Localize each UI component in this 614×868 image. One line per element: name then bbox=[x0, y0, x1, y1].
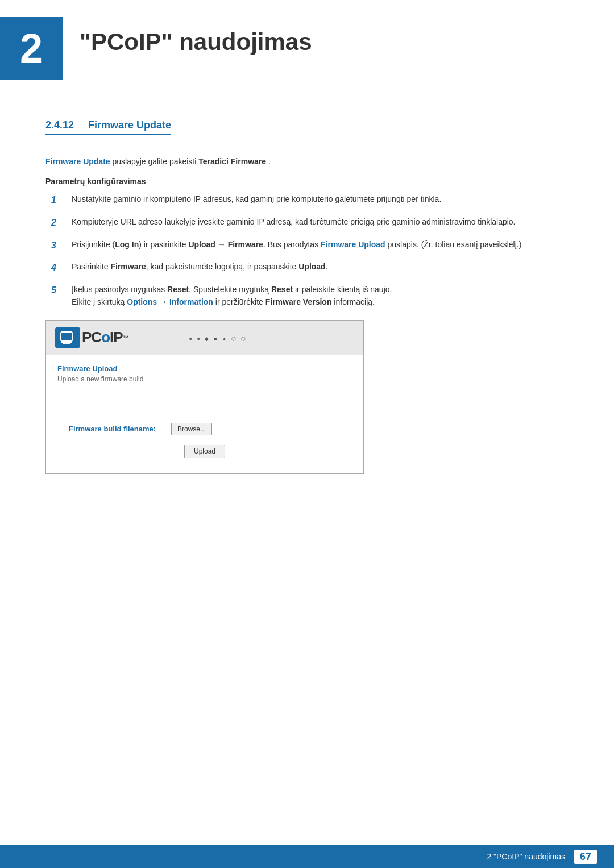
screenshot-content: Firmware Upload Upload a new firmware bu… bbox=[46, 355, 363, 473]
upload-button[interactable]: Upload bbox=[184, 445, 225, 458]
chapter-num-text: 2 bbox=[20, 25, 43, 72]
step-3: 3 Prisijunkite (Log In) ir pasirinkite U… bbox=[51, 238, 569, 253]
step-5-content: Įkėlus pasirodys mygtukas Reset. Spustel… bbox=[72, 283, 569, 309]
logo-icon bbox=[55, 327, 80, 348]
section-heading: 2.4.12 Firmware Update bbox=[45, 119, 171, 135]
fw-upload-title: Firmware Upload bbox=[57, 364, 352, 373]
step-2-number: 2 bbox=[51, 215, 67, 230]
dots-area: · · · · · · ● ● ◆ ■ ▲ ⬡ ⬡ bbox=[152, 333, 354, 343]
screenshot-box: PC o IP ™ · · · · · · ● ● ◆ ■ ▲ ⬡ ⬡ Firm… bbox=[45, 320, 364, 474]
step-2-content: Kompiuteryje URL adreso laukelyje įveski… bbox=[72, 215, 569, 228]
steps-list: 1 Nustatykite gaminio ir kompiuterio IP … bbox=[51, 193, 569, 308]
chapter-number: 2 bbox=[0, 17, 63, 80]
sub-heading: Parametrų konfigūravimas bbox=[45, 177, 569, 186]
intro-firmware-update: Firmware Update bbox=[45, 157, 110, 166]
browse-button[interactable]: Browse... bbox=[171, 423, 212, 435]
page: 2 "PCoIP" naudojimas 2.4.12 Firmware Upd… bbox=[0, 0, 614, 868]
intro-teradici: Teradici Firmware bbox=[198, 157, 266, 166]
svg-rect-0 bbox=[61, 332, 72, 341]
intro-text-middle: puslapyje galite pakeisti bbox=[112, 157, 198, 166]
footer-page-number: 67 bbox=[574, 850, 597, 864]
section-heading-container: 2.4.12 Firmware Update bbox=[45, 119, 569, 145]
intro-paragraph: Firmware Update puslapyje galite pakeist… bbox=[45, 155, 569, 168]
step-4-number: 4 bbox=[51, 260, 67, 275]
dots-pattern: · · · · · · ● ● ◆ ■ ▲ ⬡ ⬡ bbox=[152, 336, 247, 342]
step-4: 4 Pasirinkite Firmware, kad pakeistumėte… bbox=[51, 260, 569, 275]
step-2: 2 Kompiuteryje URL adreso laukelyje įves… bbox=[51, 215, 569, 230]
fw-form-row: Firmware build filename: Browse... bbox=[57, 423, 352, 435]
step-5-number: 5 bbox=[51, 283, 67, 298]
chapter-title: "PCoIP" naudojimas bbox=[80, 28, 312, 56]
footer-text: 2 "PCoIP" naudojimas bbox=[487, 852, 565, 861]
step-1-content: Nustatykite gaminio ir kompiuterio IP ad… bbox=[72, 193, 569, 205]
step-1-number: 1 bbox=[51, 193, 67, 207]
logo-o: o bbox=[101, 329, 110, 346]
page-footer: 2 "PCoIP" naudojimas 67 bbox=[0, 845, 614, 868]
main-content: 2.4.12 Firmware Update Firmware Update p… bbox=[0, 108, 614, 525]
section-number: 2.4.12 bbox=[45, 119, 74, 131]
logo-ip: IP bbox=[110, 329, 123, 346]
logo-icon-svg bbox=[60, 331, 76, 344]
step-3-content: Prisijunkite (Log In) ir pasirinkite Upl… bbox=[72, 238, 569, 251]
logo-tm: ™ bbox=[123, 334, 129, 341]
step-4-content: Pasirinkite Firmware, kad pakeistumėte l… bbox=[72, 260, 569, 273]
chapter-header: 2 "PCoIP" naudojimas bbox=[0, 0, 614, 91]
pcoip-logo: PC o IP ™ bbox=[55, 327, 129, 348]
intro-text-end: . bbox=[268, 157, 271, 166]
spacer bbox=[57, 400, 352, 423]
fw-label: Firmware build filename: bbox=[69, 425, 171, 433]
fw-upload-btn-row: Upload bbox=[57, 445, 352, 458]
step-1: 1 Nustatykite gaminio ir kompiuterio IP … bbox=[51, 193, 569, 207]
step-3-number: 3 bbox=[51, 238, 67, 253]
fw-upload-subtitle: Upload a new firmware build bbox=[57, 375, 352, 383]
logo-pc: PC bbox=[82, 329, 101, 346]
screenshot-header: PC o IP ™ · · · · · · ● ● ◆ ■ ▲ ⬡ ⬡ bbox=[46, 321, 363, 355]
step-5: 5 Įkėlus pasirodys mygtukas Reset. Spust… bbox=[51, 283, 569, 309]
section-title: Firmware Update bbox=[88, 119, 171, 131]
